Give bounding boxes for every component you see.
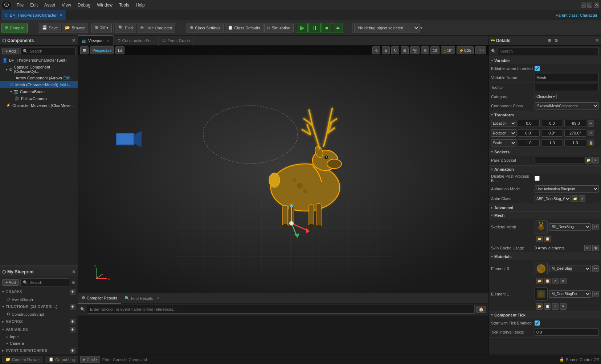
viewport-transform-mode[interactable]: ⊕ <box>382 46 390 54</box>
location-reset-button[interactable]: ↩ <box>588 120 594 127</box>
advanced-section-header[interactable]: ▸ Advanced <box>489 204 601 211</box>
element0-reset-button[interactable]: ↩ <box>592 265 599 272</box>
stop-button[interactable]: ⏹ <box>322 23 332 33</box>
category-badge[interactable]: Character ▾ <box>535 94 557 99</box>
parent-socket-browse-button[interactable]: 📁 <box>585 157 592 164</box>
tree-item-arrow[interactable]: → Arrow Component (Arrow) Edit... <box>0 75 78 81</box>
menu-file[interactable]: File <box>14 2 26 8</box>
functions-add-button[interactable]: + <box>70 304 75 310</box>
element1-open-button[interactable]: ↗ <box>552 303 559 310</box>
hide-options-button[interactable]: ⋮ <box>176 25 183 30</box>
hide-unrelated-button[interactable]: 👁 Hide Unrelated <box>137 23 175 33</box>
event-graph-item[interactable]: ⬡ EventGraph <box>0 296 78 303</box>
tree-item-capsule[interactable]: ▾ ⊙ Capsule Component (CollisionCyl... <box>0 64 78 75</box>
cmd-button[interactable]: ▶ Cmd ▾ <box>80 356 100 363</box>
materials-section-header[interactable]: ▾ Materials <box>489 253 601 260</box>
element0-browse-button[interactable]: 📂 <box>536 278 543 284</box>
location-x-input[interactable] <box>518 120 540 127</box>
viewport-scale-mode[interactable]: ⊠ <box>401 46 409 54</box>
components-add-button[interactable]: + Add <box>2 48 19 54</box>
viewport-grid-toggle[interactable]: ⊞ <box>421 46 429 54</box>
element1-reset-button[interactable]: ↩ <box>592 291 599 297</box>
menu-debug[interactable]: Debug <box>75 2 93 8</box>
diff-button[interactable]: ⊞ Diff ▾ <box>91 23 112 33</box>
simulation-button[interactable]: ▷ Simulation <box>264 23 294 33</box>
scale-y-input[interactable] <box>541 139 563 146</box>
camera-variable-item[interactable]: ▸ Camera <box>0 340 78 347</box>
content-drawer-button[interactable]: 📁 Content Drawer <box>2 356 43 363</box>
start-tick-checkbox[interactable] <box>535 320 540 326</box>
skin-cache-reset-button[interactable]: ↺ <box>584 245 591 251</box>
viewport-options-button[interactable]: ☰ <box>80 46 89 54</box>
anim-class-browse-button[interactable]: 📁 <box>572 195 578 202</box>
viewport-tab[interactable]: 📺 Viewport ✕ <box>78 36 114 46</box>
location-z-input[interactable] <box>564 120 586 127</box>
tree-item-self[interactable]: 👤 BP_ThirdPersonCharacter (Self) <box>0 57 78 64</box>
component-tick-section-header[interactable]: ▾ Component Tick <box>489 311 601 319</box>
browse-button[interactable]: 📂 Browse <box>62 23 88 33</box>
event-graph-tab[interactable]: ⬡ Event Graph <box>159 36 194 46</box>
animation-mode-select[interactable]: Use Animation Blueprint <box>535 185 599 193</box>
minimize-button[interactable]: ─ <box>581 3 586 8</box>
sockets-section-header[interactable]: ▾ Sockets <box>489 148 601 156</box>
element1-select[interactable]: M_DeerStagFur <box>549 290 591 298</box>
debug-dropdown-arrow[interactable]: ▾ <box>420 25 422 30</box>
element0-select[interactable]: M_DeerStag <box>549 265 591 272</box>
components-search-input[interactable] <box>29 49 73 53</box>
variable-name-input[interactable] <box>535 74 599 81</box>
tree-item-cameraboom[interactable]: ▾ 📷 CameraBoom <box>0 88 78 95</box>
details-grid-view-button[interactable]: ⊞ <box>548 38 551 43</box>
details-close-button[interactable]: ✕ <box>595 38 599 43</box>
element1-copy-button[interactable]: 📋 <box>544 303 551 310</box>
scale-z-input[interactable] <box>564 139 586 146</box>
dispatchers-section-header[interactable]: ▸ EVENT DISPATCHERS + <box>0 347 78 355</box>
construction-tab[interactable]: ⚙ Construction Scr... <box>114 36 159 46</box>
class-defaults-button[interactable]: 📋 Class Defaults <box>225 23 263 33</box>
scale-lock-button[interactable]: 🔒 <box>588 140 594 146</box>
find-home-button[interactable]: 🏠 <box>476 306 486 313</box>
menu-asset[interactable]: Asset <box>41 2 58 8</box>
viewport-angle[interactable]: △ 10° <box>441 46 455 54</box>
close-window-button[interactable]: ✕ <box>594 3 599 8</box>
disable-postprocess-checkbox[interactable] <box>535 176 540 181</box>
viewport-tab-close[interactable]: ✕ <box>107 39 110 43</box>
mesh-section-header[interactable]: ▾ Mesh <box>489 212 601 219</box>
edit-link-arrow[interactable]: Edit... <box>64 76 73 80</box>
tree-item-charmovement[interactable]: ⚡ Character Movement (CharMove... <box>0 102 78 109</box>
compiler-results-tab[interactable]: ⚙ Compiler Results <box>78 293 121 303</box>
viewport-display-4[interactable]: ⬚ 4 <box>475 46 486 54</box>
details-search-input[interactable] <box>498 47 599 55</box>
details-settings-button[interactable]: ⚙ <box>554 38 558 43</box>
dispatchers-add-button[interactable]: + <box>70 348 75 353</box>
rotation-reset-button[interactable]: ↩ <box>588 130 594 136</box>
location-select[interactable]: Location <box>491 120 516 127</box>
components-panel-close[interactable]: ✕ <box>72 38 75 43</box>
save-button[interactable]: 💾 Save <box>39 23 61 33</box>
animation-section-header[interactable]: ▾ Animation <box>489 166 601 173</box>
anim-class-refresh-button[interactable]: ↺ <box>579 195 585 202</box>
play-button[interactable]: ▶ <box>297 23 308 33</box>
functions-section-header[interactable]: ▾ FUNCTIONS (34 OVERRI...) + <box>0 303 78 311</box>
skeletal-mesh-reset-button[interactable]: ↩ <box>592 224 599 230</box>
blueprint-search-box[interactable]: 🔍 <box>20 278 69 286</box>
tree-item-followcamera[interactable]: 🎥 FollowCamera <box>0 95 78 102</box>
console-input[interactable] <box>102 357 557 362</box>
variable-section-header[interactable]: ▾ Variable <box>489 57 601 64</box>
find-results-tab[interactable]: 🔍 Find Results ✕ <box>121 293 163 303</box>
lit-button[interactable]: Lit <box>115 46 124 54</box>
parent-socket-input[interactable] <box>535 157 584 164</box>
tree-item-mesh[interactable]: ⬡ Mesh (CharacterMesh0) Edit i... <box>0 81 78 88</box>
find-input[interactable] <box>87 305 475 314</box>
variables-section-header[interactable]: ▾ VARIABLES + <box>0 326 78 334</box>
element0-copy-button[interactable]: 📋 <box>544 278 551 284</box>
rotation-y-input[interactable] <box>541 129 563 137</box>
skeletal-mesh-copy-button[interactable]: 📋 <box>544 236 551 242</box>
tick-interval-input[interactable] <box>535 328 599 336</box>
parent-socket-clear-button[interactable]: ✕ <box>592 157 599 164</box>
macros-section-header[interactable]: ▸ MACROS + <box>0 318 78 326</box>
viewport-grid-size[interactable]: 10 <box>430 46 439 54</box>
menu-edit[interactable]: Edit <box>27 2 41 8</box>
perspective-button[interactable]: Perspective <box>90 46 114 54</box>
components-search-box[interactable]: 🔍 <box>20 47 75 55</box>
element1-clear-button[interactable]: ✕ <box>560 303 567 310</box>
